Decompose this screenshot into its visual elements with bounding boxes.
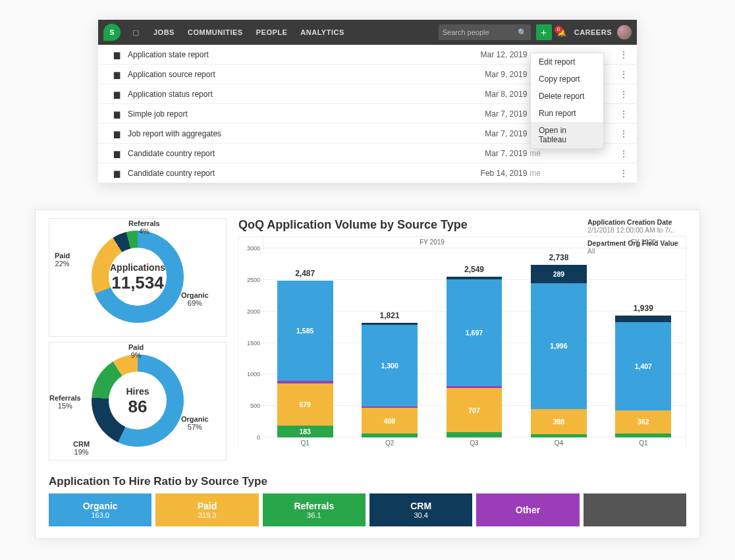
- nav-analytics[interactable]: ANALYTICS: [300, 28, 344, 36]
- report-name: Candidate country report: [128, 169, 481, 178]
- x-tick: Q1: [263, 437, 347, 449]
- x-tick: Q4: [516, 437, 601, 449]
- bar-segment-paid: 408: [362, 408, 418, 434]
- x-tick: Q3: [432, 437, 516, 449]
- meta-date-value: 2/1/2018 12:00:00 AM to 7/..: [587, 226, 686, 234]
- search-input[interactable]: Search people 🔍: [439, 24, 531, 40]
- bar-segment-crm: 289: [531, 265, 587, 283]
- avatar[interactable]: [617, 25, 632, 40]
- folder-icon: ▆: [114, 149, 120, 158]
- notifications-icon[interactable]: 🔔 0: [557, 28, 566, 37]
- bar-segment-crm: [615, 316, 671, 322]
- kebab-icon[interactable]: ⋮: [620, 149, 628, 158]
- y-tick: 1000: [247, 371, 260, 378]
- report-name: Application status report: [128, 90, 485, 99]
- y-tick: 1500: [247, 340, 260, 347]
- bar-total-label: 2,738: [531, 253, 587, 262]
- nav-people[interactable]: PEOPLE: [256, 28, 288, 36]
- bookmark-icon[interactable]: ▢: [132, 28, 139, 37]
- bar-total-label: 1,939: [615, 304, 671, 313]
- donuts-column: Applications11,534Organic69%Paid22%CRM5%…: [49, 218, 227, 466]
- notification-count: 0: [555, 26, 562, 34]
- folder-icon: ▆: [114, 169, 120, 178]
- x-tick: Q1: [601, 437, 686, 449]
- menu-copy-report[interactable]: Copy report: [531, 70, 603, 88]
- x-tick: Q2: [347, 437, 431, 449]
- ratio-row: Organic163.0Paid319.3Referrals36.1CRM30.…: [49, 493, 686, 526]
- folder-icon: ▆: [114, 109, 120, 119]
- top-nav: S ▢ JOBSCOMMUNITIESPEOPLEANALYTICS Searc…: [98, 20, 637, 45]
- dashboard-panel: Applications11,534Organic69%Paid22%CRM5%…: [35, 210, 700, 539]
- donut-label-organic: Organic57%: [181, 415, 209, 431]
- kebab-icon[interactable]: ⋮: [620, 129, 628, 138]
- donut-value: 86: [126, 397, 149, 417]
- kebab-icon[interactable]: ⋮: [620, 50, 628, 59]
- bar-column: 1,4073621,939: [601, 248, 686, 437]
- report-date: Mar 7, 2019: [485, 109, 527, 119]
- kebab-icon[interactable]: ⋮: [620, 169, 628, 178]
- ratio-card-paid[interactable]: Paid319.3: [155, 493, 258, 526]
- bar-segment-referrals: 183: [277, 426, 333, 437]
- donut-label-organic: Organic69%: [181, 291, 209, 307]
- report-owner: me: [530, 149, 541, 158]
- bar-segment-paid: 398: [531, 409, 587, 434]
- report-date: Mar 8, 2019: [485, 90, 527, 99]
- report-date: Mar 9, 2019: [485, 70, 527, 79]
- menu-edit-report[interactable]: Edit report: [531, 53, 603, 70]
- menu-open-in-tableau[interactable]: Open in Tableau: [531, 122, 603, 148]
- logo[interactable]: S: [103, 24, 121, 41]
- bar-total-label: 1,821: [362, 311, 418, 320]
- menu-run-report[interactable]: Run report: [531, 105, 603, 122]
- bar-chart-area: QoQ Application Volume by Source Type Ap…: [238, 218, 686, 466]
- ratio-card-referrals[interactable]: Referrals36.1: [263, 493, 366, 526]
- careers-link[interactable]: CAREERS: [574, 28, 612, 36]
- y-tick: 0: [257, 434, 260, 441]
- report-name: Job report with aggregates: [128, 129, 485, 138]
- y-tick: 2500: [247, 277, 260, 283]
- donut-title: Applications: [110, 262, 165, 273]
- ratio-label: Referrals: [294, 501, 334, 511]
- bar-column: 1,3004081,821: [347, 248, 431, 437]
- y-tick: 3000: [247, 245, 260, 252]
- donut-value: 11,534: [110, 273, 165, 293]
- bar-segment-organic: 1,585: [277, 281, 333, 381]
- report-name: Application state report: [128, 50, 481, 59]
- donut-label-paid: Paid22%: [55, 252, 70, 267]
- report-date: Mar 7, 2019: [485, 129, 527, 138]
- y-tick: 500: [250, 403, 260, 409]
- kebab-icon[interactable]: ⋮: [620, 90, 628, 99]
- y-tick: 2000: [247, 308, 260, 315]
- ratio-value: 30.4: [414, 511, 427, 519]
- bar-total-label: 2,487: [277, 269, 333, 278]
- fy-header: FY 2019: [263, 237, 601, 248]
- donut-applications: Applications11,534Organic69%Paid22%CRM5%…: [49, 218, 227, 337]
- menu-delete-report[interactable]: Delete report: [531, 88, 603, 105]
- ratio-card-blank[interactable]: [584, 493, 686, 526]
- ratio-card-organic[interactable]: Organic163.0: [49, 493, 151, 526]
- bar-segment-organic: 1,300: [362, 325, 418, 406]
- donut-label-paid: Paid9%: [128, 343, 144, 359]
- bar-segment-organic: 1,996: [531, 283, 587, 409]
- ratio-card-other[interactable]: Other: [476, 493, 579, 526]
- kebab-icon[interactable]: ⋮: [620, 70, 628, 79]
- donut-title: Hires: [126, 386, 149, 397]
- bar-chart: FY 2019FY 20200500100015002000250030001,…: [238, 236, 686, 449]
- ratio-value: 163.0: [91, 511, 109, 519]
- nav-communities[interactable]: COMMUNITIES: [188, 28, 243, 36]
- bar-total-label: 2,549: [447, 265, 503, 274]
- add-button[interactable]: ＋: [536, 24, 552, 40]
- ratio-card-crm[interactable]: CRM30.4: [369, 493, 472, 526]
- nav-jobs[interactable]: JOBS: [153, 28, 175, 36]
- report-date: Feb 14, 2019: [481, 169, 528, 178]
- bar-segment-paid: 679: [277, 383, 333, 426]
- ratio-value: 319.3: [198, 511, 217, 519]
- donut-label-crm: CRM19%: [73, 440, 90, 456]
- kebab-icon[interactable]: ⋮: [620, 109, 628, 119]
- folder-icon: ▆: [114, 70, 120, 79]
- row-menu-dropdown[interactable]: Edit reportCopy reportDelete reportRun r…: [530, 53, 604, 149]
- bar-column: 1,6977072,549: [432, 248, 516, 437]
- folder-icon: ▆: [114, 90, 120, 99]
- folder-icon: ▆: [114, 50, 120, 59]
- report-row[interactable]: ▆Candidate country reportFeb 14, 2019me⋮: [98, 163, 637, 183]
- ratio-title: Application To Hire Ratio by Source Type: [49, 475, 686, 488]
